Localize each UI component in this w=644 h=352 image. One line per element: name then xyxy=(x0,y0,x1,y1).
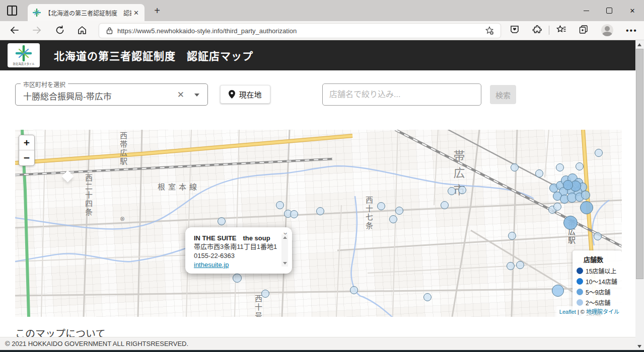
store-marker[interactable] xyxy=(594,232,602,240)
lock-icon[interactable] xyxy=(106,27,113,35)
settings-menu-icon[interactable]: ••• xyxy=(626,26,637,35)
legend-label: 2〜5店舗 xyxy=(586,298,610,307)
zoom-in-button[interactable]: + xyxy=(19,135,34,150)
current-location-button[interactable]: 現在地 xyxy=(220,85,270,104)
store-website-link[interactable]: inthesuite.jp xyxy=(194,261,229,269)
select-value: 十勝総合振興局-帯広市 xyxy=(23,90,112,102)
store-marker[interactable] xyxy=(580,201,593,214)
store-marker[interactable] xyxy=(395,207,403,215)
store-name-search-input[interactable] xyxy=(322,83,481,106)
store-marker[interactable] xyxy=(563,180,573,190)
map-place-label: 西十七条 xyxy=(364,196,374,230)
scroll-up-icon[interactable] xyxy=(283,236,287,239)
browser-window: 【北海道の第三者認証制度 認証 ✕ + https://www5.newhokk… xyxy=(0,0,644,352)
location-pin-icon xyxy=(229,90,235,99)
zoom-out-button[interactable]: − xyxy=(19,150,34,165)
map-place-label: 西帯広駅 xyxy=(118,132,128,166)
forward-icon xyxy=(31,25,42,36)
store-marker[interactable] xyxy=(595,149,603,157)
map-place-label: ⊗ xyxy=(120,215,125,222)
store-marker[interactable] xyxy=(316,207,324,215)
store-marker[interactable] xyxy=(276,201,284,209)
gsi-tiles-link[interactable]: 地理院タイル xyxy=(586,309,619,315)
site-logo: 新北海道スタイル xyxy=(8,43,40,67)
site-header: 新北海道スタイル 北海道の第三者認証制度 認証店マップ xyxy=(0,40,635,70)
scrollbar-thumb[interactable] xyxy=(636,49,643,279)
store-marker[interactable] xyxy=(576,162,584,170)
current-location-label: 現在地 xyxy=(239,89,261,100)
footer-bar: © 2021 HOKKAIDO GOVERNMENT ALL RIGHTSRES… xyxy=(0,337,635,350)
store-marker[interactable] xyxy=(389,215,397,223)
minimize-button[interactable] xyxy=(575,0,598,21)
store-marker[interactable] xyxy=(377,202,385,210)
legend-item: 5〜9店舗 xyxy=(577,288,619,296)
store-marker[interactable] xyxy=(290,210,298,218)
store-marker[interactable] xyxy=(233,274,242,283)
tab-actions-icon[interactable] xyxy=(7,6,17,16)
home-icon[interactable] xyxy=(77,25,88,36)
store-marker[interactable] xyxy=(350,286,358,294)
store-marker[interactable] xyxy=(511,163,519,171)
scroll-down-icon[interactable] xyxy=(283,262,287,265)
legend-item: 10〜14店舗 xyxy=(577,277,619,286)
maximize-button[interactable] xyxy=(598,0,621,21)
new-tab-button[interactable]: + xyxy=(151,5,163,17)
add-favorite-icon[interactable] xyxy=(484,26,494,36)
chevron-down-icon[interactable] xyxy=(194,94,199,97)
store-marker[interactable] xyxy=(448,187,456,195)
refresh-icon[interactable] xyxy=(54,25,65,36)
popup-scrollbar[interactable] xyxy=(281,234,288,267)
map-zoom-control: + − xyxy=(19,135,35,166)
store-marker[interactable] xyxy=(556,163,564,171)
address-bar[interactable]: https://www5.newhokkaido-style.info/thir… xyxy=(99,23,501,38)
store-popup: IN THE SUITE the soup 帯広市西3条南11丁目1番地1 01… xyxy=(185,227,292,274)
map-place-label: 西十号 xyxy=(253,295,263,317)
window-bottom-border xyxy=(0,350,644,352)
window-close-button[interactable] xyxy=(621,0,644,21)
store-marker[interactable] xyxy=(261,290,269,298)
store-marker[interactable] xyxy=(441,201,449,209)
legend-label: 10〜14店舗 xyxy=(586,277,617,286)
store-marker[interactable] xyxy=(516,261,524,269)
titlebar: 【北海道の第三者認証制度 認証 ✕ + xyxy=(0,0,644,21)
map-attribution: Leaflet | © 地理院タイル xyxy=(556,306,622,317)
store-marker[interactable] xyxy=(581,191,590,200)
legend-color-dot xyxy=(577,289,583,295)
map-roads-layer xyxy=(15,130,622,317)
clear-selection-icon[interactable]: ✕ xyxy=(177,90,184,100)
map-canvas[interactable]: + − 西帯広駅西二十四条根室本線帯広市西十七条帯広駅西十号⊗ IN THE S… xyxy=(15,130,622,317)
scrollbar-up-icon[interactable] xyxy=(637,43,641,46)
toolbar-divider xyxy=(549,26,549,35)
store-marker[interactable] xyxy=(535,169,543,178)
legend-color-dot xyxy=(577,299,583,306)
url-text: https://www5.newhokkaido-style.info/thir… xyxy=(117,27,484,35)
store-marker[interactable] xyxy=(507,262,515,270)
browser-tab[interactable]: 【北海道の第三者認証制度 認証 ✕ xyxy=(28,4,145,21)
store-marker[interactable] xyxy=(458,186,466,194)
municipality-select[interactable]: 市区町村を選択 十勝総合振興局-帯広市 ✕ xyxy=(15,83,208,106)
search-button[interactable]: 検索 xyxy=(490,85,516,104)
browser-essentials-icon[interactable] xyxy=(509,24,521,36)
legend-title: 店舗数 xyxy=(584,254,619,264)
tab-close-icon[interactable]: ✕ xyxy=(133,9,139,17)
scrollbar-down-icon[interactable] xyxy=(637,345,641,348)
store-marker[interactable] xyxy=(563,216,578,230)
back-icon[interactable] xyxy=(9,25,20,36)
store-marker[interactable] xyxy=(508,232,516,240)
favorites-icon[interactable] xyxy=(556,24,568,36)
extensions-icon[interactable] xyxy=(532,24,544,36)
tab-title: 【北海道の第三者認証制度 認証 xyxy=(45,9,131,17)
favicon xyxy=(33,9,41,17)
legend-item: 2〜5店舗 xyxy=(577,298,619,307)
copyright-text: © 2021 HOKKAIDO GOVERNMENT ALL RIGHTSRES… xyxy=(5,340,188,347)
map-place-label: 根室本線 xyxy=(158,181,200,192)
leaflet-link[interactable]: Leaflet xyxy=(559,309,576,315)
profile-avatar[interactable] xyxy=(601,24,613,36)
page-scrollbar[interactable] xyxy=(635,40,644,351)
legend-color-dot xyxy=(577,278,583,285)
store-marker[interactable] xyxy=(423,293,432,301)
store-marker[interactable] xyxy=(218,217,226,225)
store-marker[interactable] xyxy=(552,285,564,297)
store-marker[interactable] xyxy=(553,203,561,211)
collections-icon[interactable] xyxy=(578,24,590,36)
